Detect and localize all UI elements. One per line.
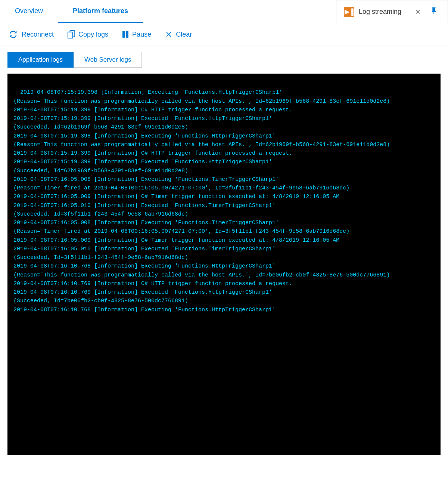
pause-label: Pause [132, 31, 151, 38]
reconnect-icon [9, 30, 19, 38]
log-output[interactable]: 2019-04-08T07:15:19.398 [Information] Ex… [7, 74, 441, 455]
tab-overview-label: Overview [15, 7, 43, 15]
clear-icon [165, 30, 173, 38]
web-server-logs-label: Web Server logs [84, 56, 131, 63]
tab-bar: Overview Platform features ▶▐ Log stream… [0, 0, 448, 23]
log-text: 2019-04-08T07:15:19.398 [Information] Ex… [13, 89, 390, 313]
copy-logs-button[interactable]: Copy logs [67, 30, 108, 39]
tab-application-logs[interactable]: Application logs [7, 52, 74, 68]
copy-icon [67, 30, 75, 39]
svg-rect-2 [122, 31, 125, 38]
reconnect-button[interactable]: Reconnect [9, 30, 54, 38]
tab-overview[interactable]: Overview [0, 0, 58, 23]
copy-logs-label: Copy logs [78, 31, 108, 38]
log-streaming-title: Log streaming [359, 8, 408, 16]
reconnect-label: Reconnect [22, 31, 54, 38]
log-streaming-panel: ▶▐ Log streaming ✕ [336, 0, 448, 23]
pin-panel-button[interactable] [427, 6, 440, 18]
application-logs-label: Application logs [18, 56, 63, 63]
pause-button[interactable]: Pause [122, 30, 151, 38]
log-tabs: Application logs Web Server logs [0, 46, 448, 68]
svg-rect-1 [68, 32, 73, 38]
svg-rect-3 [126, 31, 128, 38]
log-streaming-icon: ▶▐ [344, 7, 354, 17]
close-panel-button[interactable]: ✕ [413, 7, 423, 17]
tab-platform-features[interactable]: Platform features [58, 0, 143, 23]
tab-platform-features-label: Platform features [73, 7, 128, 15]
tab-web-server-logs[interactable]: Web Server logs [74, 52, 142, 68]
pause-icon [122, 30, 129, 38]
clear-button[interactable]: Clear [165, 30, 192, 38]
clear-label: Clear [176, 31, 192, 38]
toolbar: Reconnect Copy logs Pause Clear [0, 23, 448, 46]
pin-icon [430, 7, 438, 15]
